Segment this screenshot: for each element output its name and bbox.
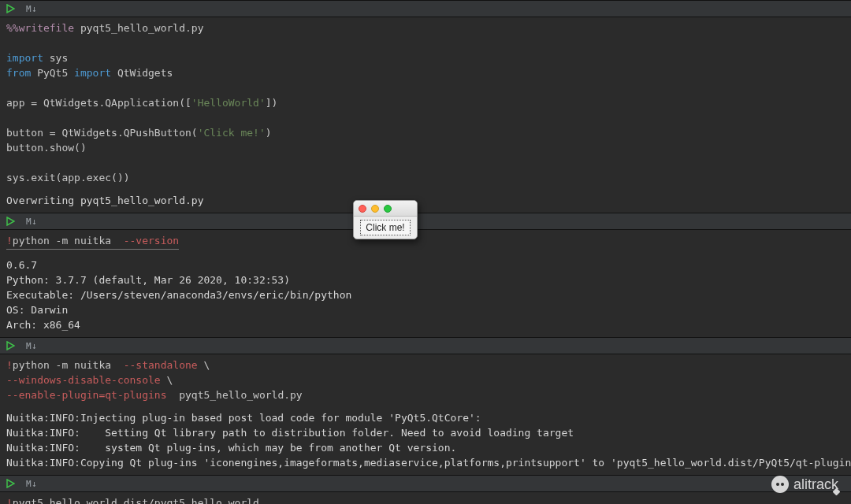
wechat-icon [771, 476, 789, 493]
code-line: button = QtWidgets.QPushButton( [6, 127, 198, 139]
close-icon[interactable] [359, 205, 366, 213]
cell-toolbar: M↓ [0, 337, 851, 354]
bang: ! [6, 359, 13, 371]
svg-marker-2 [7, 342, 14, 350]
popup-body: Click me! [354, 217, 417, 239]
code-cell-3[interactable]: !python -m nuitka --standalone \ --windo… [0, 354, 851, 407]
cell-magic: %%writefile [6, 22, 74, 34]
minimize-icon[interactable] [371, 205, 379, 213]
cli-flag: --windows-disable-console [6, 374, 161, 386]
code-cell-2[interactable]: !python -m nuitka --version [0, 230, 851, 254]
cli-flag: --enable-plugin=qt-plugins [6, 389, 167, 401]
watermark-text: alitrack [793, 476, 838, 493]
kw-import: import [6, 52, 43, 64]
bang: ! [6, 235, 13, 246]
output-cell-2: 0.6.7 Python: 3.7.7 (default, Mar 26 202… [0, 254, 851, 337]
markdown-toggle[interactable]: M↓ [26, 479, 37, 489]
code-line: app = QtWidgets.QApplication([ [6, 97, 191, 109]
zoom-icon[interactable] [384, 205, 392, 213]
svg-marker-1 [7, 217, 14, 225]
popup-titlebar[interactable] [354, 201, 417, 217]
svg-marker-0 [7, 5, 14, 13]
string-literal: 'HelloWorld' [191, 97, 266, 109]
module-qtwidgets: QtWidgets [111, 67, 173, 79]
module-sys: sys [43, 52, 68, 64]
cli-arg: pyqt5_hello_world.py [167, 389, 303, 401]
shell-command: python -m nuitka [13, 359, 124, 371]
code-line: ) [266, 127, 272, 139]
output-cell-3: Nuitka:INFO:Injecting plug-in based post… [0, 407, 851, 475]
run-icon[interactable] [6, 4, 15, 13]
module-pyqt5: PyQt5 [31, 67, 74, 79]
cli-flag: --standalone [124, 359, 198, 371]
code-cell-1[interactable]: %%writefile pyqt5_hello_world.py import … [0, 17, 851, 190]
cli-flag: --version [124, 235, 179, 246]
line-continuation: \ [161, 374, 173, 386]
string-literal: 'Click me!' [198, 127, 266, 139]
code-cell-4[interactable]: !pyqt5_hello_world.dist/pyqt5_hello_worl… [0, 492, 851, 504]
code-line: sys.exit(app.exec()) [6, 172, 130, 183]
magic-arg: pyqt5_hello_world.py [74, 22, 203, 34]
svg-marker-3 [7, 480, 14, 487]
code-line: button.show() [6, 142, 87, 154]
run-icon[interactable] [6, 479, 15, 488]
cell-toolbar: M↓ [0, 213, 851, 230]
markdown-toggle[interactable]: M↓ [26, 341, 37, 351]
kw-from: from [6, 67, 31, 79]
click-me-button[interactable]: Click me! [360, 220, 410, 235]
code-line: ]) [266, 97, 278, 109]
output-cell-1: Overwriting pyqt5_hello_world.py [0, 190, 851, 213]
cell-toolbar: M↓ [0, 0, 851, 17]
markdown-toggle[interactable]: M↓ [26, 217, 37, 227]
bang: ! [6, 497, 13, 504]
run-icon[interactable] [6, 217, 15, 226]
shell-command: python -m nuitka [13, 235, 124, 246]
watermark: alitrack [771, 476, 838, 493]
cell-toolbar: M↓ [0, 475, 851, 492]
run-icon[interactable] [6, 341, 15, 350]
markdown-toggle[interactable]: M↓ [26, 4, 37, 14]
line-continuation: \ [198, 359, 210, 371]
kw-import2: import [74, 67, 111, 79]
shell-command: pyqt5_hello_world.dist/pyqt5_hello_world [13, 497, 259, 504]
qt-popup-window[interactable]: Click me! [353, 200, 418, 239]
